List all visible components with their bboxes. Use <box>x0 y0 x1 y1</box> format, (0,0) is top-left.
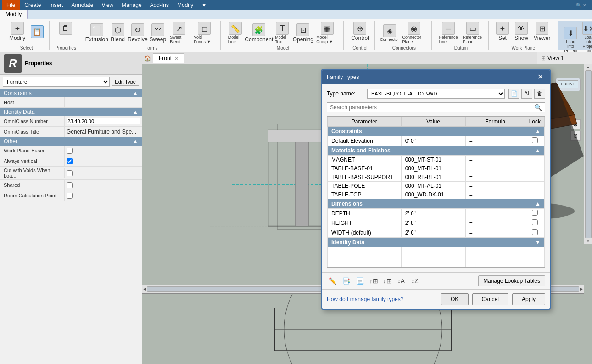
table-row <box>328 247 545 261</box>
ribbon-tab-modify[interactable]: Modify <box>0 10 28 19</box>
connector-btn[interactable]: ◈ Connector <box>380 23 399 43</box>
lock-checkbox[interactable] <box>532 137 538 143</box>
ribbon-group-workplane: ✦ Set 👁 Show ⊞ Viewer Work Plane <box>491 21 557 50</box>
identity-collapse-icon[interactable]: ▲ <box>133 109 138 115</box>
revolve-btn[interactable]: ↻ Revolve <box>128 22 147 44</box>
properties-ribbon-btn[interactable]: 🗒 <box>57 21 74 36</box>
edit-type-button[interactable]: Edit Type <box>112 78 139 86</box>
formula-cell[interactable]: = <box>465 173 525 182</box>
search-input[interactable] <box>330 104 534 111</box>
value-cell[interactable]: 2' 8" <box>401 218 465 228</box>
identity-data-section-row: Identity Data ▼ <box>328 238 545 247</box>
formula-cell[interactable]: = <box>465 209 525 218</box>
ribbon-group-properties: 🗒 Properties <box>51 21 80 50</box>
properties-btn[interactable]: 📋 <box>29 24 45 39</box>
always-vertical-checkbox[interactable] <box>67 158 73 164</box>
value-cell[interactable]: 000_MT-ST-01 <box>401 156 465 164</box>
swept-blend-btn[interactable]: ↗ Swept Blend <box>168 21 190 45</box>
ref-plane-btn[interactable]: ▭ Reference Plane <box>461 21 484 45</box>
connector-plane-btn[interactable]: ◉ Connector Plane <box>401 21 428 45</box>
menu-addins[interactable]: Add-Ins <box>146 0 173 10</box>
height-lock-checkbox[interactable] <box>532 219 538 225</box>
edit-param-icon[interactable]: ✏️ <box>327 275 338 286</box>
apply-button[interactable]: Apply <box>512 293 545 305</box>
materials-arrow[interactable]: ▲ <box>535 147 541 154</box>
menu-manage[interactable]: Manage <box>118 0 145 10</box>
value-cell[interactable]: 2' 6" <box>401 209 465 218</box>
formula-cell[interactable]: = <box>465 182 525 190</box>
control-btn[interactable]: ⊕ Control <box>349 21 371 42</box>
omniclass-number-input[interactable] <box>67 118 140 124</box>
identity-data-arrow[interactable]: ▼ <box>535 239 541 246</box>
formula-cell[interactable]: = <box>465 190 525 199</box>
omniclass-number-value[interactable] <box>64 116 142 126</box>
show-btn[interactable]: 👁 Show <box>513 21 530 42</box>
sweep-icon: 〰 <box>151 23 164 36</box>
formula-cell[interactable]: = <box>465 156 525 164</box>
value-cell[interactable]: 000_MT-BL-01 <box>401 164 465 173</box>
menu-file[interactable]: File <box>2 0 20 10</box>
other-collapse-icon[interactable]: ▲ <box>133 138 138 145</box>
value-cell[interactable]: 000_MT-AL-01 <box>401 182 465 190</box>
component-btn[interactable]: 🧩 Component <box>246 22 271 44</box>
modify-btn[interactable]: ✦ Modify <box>7 21 27 42</box>
value-cell[interactable]: 0' 0" <box>401 136 465 146</box>
constraints-arrow[interactable]: ▲ <box>535 128 541 134</box>
ref-line-btn[interactable]: ═ Reference Line <box>437 21 459 45</box>
formula-cell[interactable]: = <box>465 228 525 238</box>
search-row: 🔍 <box>327 102 545 112</box>
load-into-project-btn[interactable]: ⬇ Load intoProject <box>562 26 579 54</box>
front-tab-close[interactable]: ✕ <box>174 56 179 62</box>
menu-annotate[interactable]: Annotate <box>67 0 97 10</box>
cancel-button[interactable]: Cancel <box>472 293 508 305</box>
depth-lock-checkbox[interactable] <box>532 210 538 216</box>
ai-type-button[interactable]: AI <box>521 89 532 99</box>
delete-type-button[interactable]: 🗑 <box>534 89 545 99</box>
help-link[interactable]: How do I manage family types? <box>327 296 403 302</box>
value-cell[interactable]: 000_WD-DK-01 <box>401 190 465 199</box>
viewer-btn[interactable]: ⊞ Viewer <box>532 21 552 42</box>
work-plane-checkbox[interactable] <box>67 148 73 154</box>
extrusion-btn[interactable]: ⬜ Extrusion <box>86 22 108 44</box>
formula-cell[interactable]: = <box>465 136 525 146</box>
value-cell[interactable]: 000_RB-BL-01 <box>401 173 465 182</box>
extrusion-icon: ⬜ <box>90 23 103 36</box>
move-param-up-icon[interactable]: ↑⊞ <box>368 275 379 286</box>
manage-lookup-button[interactable]: Manage Lookup Tables <box>478 275 545 286</box>
family-dropdown[interactable]: Furniture <box>3 77 110 87</box>
constraints-collapse-icon[interactable]: ▲ <box>133 90 138 96</box>
menu-create[interactable]: Create <box>21 0 45 10</box>
type-name-select[interactable]: BASE-BL,POLE-AL,TOP-WD <box>367 89 505 99</box>
add-param-icon[interactable]: 📑 <box>341 275 352 286</box>
value-cell[interactable]: 2' 6" <box>401 228 465 238</box>
model-group-btn[interactable]: ▦ Model Group ▼ <box>314 21 340 45</box>
formula-cell[interactable]: = <box>465 164 525 173</box>
front-tab[interactable]: Front ✕ <box>153 53 184 63</box>
dialog-close-button[interactable]: ✕ <box>536 73 545 81</box>
room-calc-checkbox[interactable] <box>67 193 73 199</box>
remove-param-icon[interactable]: 📃 <box>354 275 365 286</box>
menu-insert[interactable]: Insert <box>45 0 67 10</box>
sweep-btn[interactable]: 〰 Sweep <box>149 22 166 44</box>
ok-button[interactable]: OK <box>441 293 469 305</box>
sort-desc-icon[interactable]: ↕Z <box>409 275 420 286</box>
blend-btn[interactable]: ⬡ Blend <box>110 22 126 44</box>
formula-cell[interactable]: = <box>465 218 525 228</box>
revolve-label: Revolve <box>128 36 147 43</box>
dimensions-arrow[interactable]: ▲ <box>535 201 541 207</box>
cut-voids-checkbox[interactable] <box>67 170 73 176</box>
opening-btn[interactable]: ⊡ Opening <box>293 22 313 44</box>
void-forms-btn[interactable]: ◻ Void Forms ▼ <box>192 21 216 45</box>
omniclass-title-value[interactable]: General Furniture and Spe... <box>64 127 142 137</box>
menu-view[interactable]: View <box>98 0 117 10</box>
new-type-button[interactable]: 📄 <box>508 89 519 99</box>
sort-asc-icon[interactable]: ↕A <box>396 275 407 286</box>
shared-checkbox[interactable] <box>67 182 73 188</box>
move-param-down-icon[interactable]: ↓⊞ <box>382 275 393 286</box>
width-lock-checkbox[interactable] <box>532 229 538 235</box>
model-text-btn[interactable]: T Model Text <box>273 21 291 45</box>
model-line-btn[interactable]: 📏 Model Line <box>226 21 245 45</box>
set-btn[interactable]: ✦ Set <box>494 21 511 42</box>
empty-formula-cell <box>465 247 525 261</box>
menu-modify[interactable]: Modify <box>173 0 197 10</box>
